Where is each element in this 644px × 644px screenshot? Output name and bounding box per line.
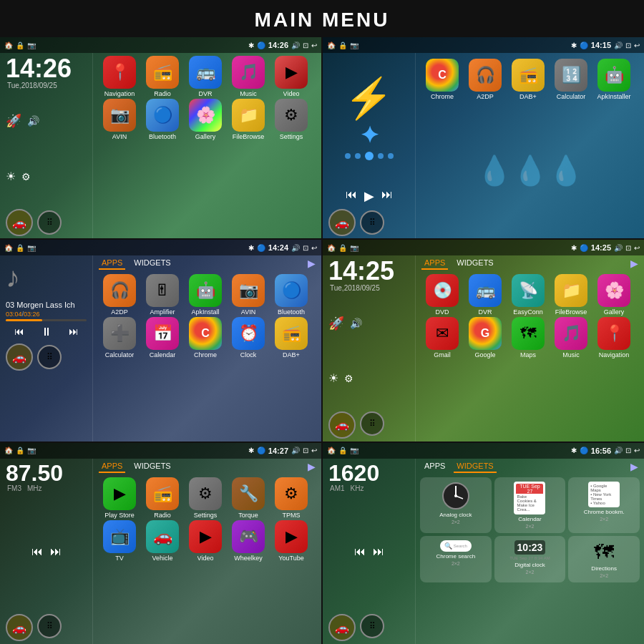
home-icon-2[interactable]: 🏠 [327, 42, 336, 49]
app-bluetooth-2[interactable]: 🔵 Bluetooth [270, 274, 312, 316]
apps-button-4[interactable]: ⠿ [360, 411, 384, 436]
app-filebrowse[interactable]: 📁 FileBrowse [228, 99, 269, 140]
app-radio-2[interactable]: 📻 Radio [142, 477, 183, 519]
prev-track-icon[interactable]: ⏮ [14, 326, 24, 338]
app-settings-2[interactable]: ⚙ Settings [185, 477, 226, 519]
app-chrome-1[interactable]: C Chrome [421, 59, 463, 100]
app-settings[interactable]: ⚙ Settings [270, 99, 312, 140]
app-music[interactable]: 🎵 Music [228, 56, 269, 97]
widget-calendar[interactable]: TUE Sep 27 Bake Cookies &Make Ice Crea..… [494, 477, 566, 533]
app-a2dp-2[interactable]: 🎧 A2DP [99, 274, 140, 316]
next-station-icon[interactable]: ⏭ [50, 545, 62, 558]
app-tpms[interactable]: ⚙ TPMS [270, 477, 312, 519]
app-music-2[interactable]: 🎵 Music [550, 317, 592, 358]
tab-widgets-5[interactable]: WIDGETS [131, 460, 173, 473]
app-radio[interactable]: 📻 Radio [142, 56, 183, 97]
app-filebrowse-2[interactable]: 📁 FileBrowse [550, 274, 592, 316]
home-icon-1[interactable]: 🏠 [4, 42, 13, 49]
back-icon-3[interactable]: ↩ [311, 244, 317, 252]
car-button-5[interactable]: 🚗 [6, 614, 33, 641]
tab-apps-4[interactable]: APPS [421, 257, 448, 270]
app-tv[interactable]: 📺 TV [99, 520, 140, 562]
app-apkinstall[interactable]: 🤖 ApkInstall [185, 274, 226, 316]
app-youtube[interactable]: ▶ YouTube [270, 520, 312, 562]
radio-prev-icon[interactable]: ⏮ [354, 545, 366, 558]
app-a2dp[interactable]: 🎧 A2DP [464, 59, 506, 100]
tab-arrow-4[interactable]: ▶ [630, 258, 638, 269]
app-bluetooth-1[interactable]: 🔵 Bluetooth [142, 99, 183, 140]
app-dab-2[interactable]: 📻 DAB+ [270, 317, 312, 358]
app-dvd[interactable]: 💿 DVD [421, 274, 463, 316]
app-video-2[interactable]: ▶ Video [185, 520, 226, 562]
pause-icon[interactable]: ⏸ [41, 326, 52, 338]
widget-analog-clock[interactable]: Analog clock 2×2 [420, 477, 492, 533]
app-torque[interactable]: 🔧 Torque [228, 477, 269, 519]
app-navigation-2[interactable]: 📍 Navigation [593, 317, 635, 358]
app-gmail[interactable]: ✉ Gmail [421, 317, 463, 358]
prev-station-icon[interactable]: ⏮ [31, 545, 43, 558]
next-track-icon[interactable]: ⏭ [69, 326, 79, 338]
tab-widgets-4[interactable]: WIDGETS [454, 257, 496, 270]
tab-apps-3[interactable]: APPS [99, 257, 125, 270]
settings-icon-4[interactable]: ⚙ [344, 373, 353, 384]
app-dvr-2[interactable]: 🚌 DVR [464, 274, 506, 316]
tab-arrow-3[interactable]: ▶ [308, 258, 316, 269]
tab-arrow-6[interactable]: ▶ [630, 461, 638, 472]
widget-directions[interactable]: 🗺 Directions 2×2 [568, 536, 640, 582]
apps-button-1[interactable]: ⠿ [37, 210, 62, 235]
skip-prev-icon[interactable]: ⏮ [346, 188, 357, 204]
app-dab[interactable]: 📻 DAB+ [507, 59, 549, 100]
car-button-1[interactable]: 🚗 [6, 209, 33, 236]
app-gallery[interactable]: 🌸 Gallery [185, 99, 226, 140]
widget-digital-clock[interactable]: 10:23 TUE Sep 27 8:34 AM Digital clock 2… [494, 536, 566, 582]
app-playstore[interactable]: ▶ Play Store [99, 477, 140, 519]
app-video[interactable]: ▶ Video [270, 56, 312, 97]
app-vehicle[interactable]: 🚗 Vehicle [142, 520, 183, 562]
back-icon-2[interactable]: ↩ [634, 42, 640, 49]
brightness-icon[interactable]: ☀ [6, 170, 16, 183]
skip-next-icon[interactable]: ⏭ [381, 188, 393, 204]
tab-apps-6[interactable]: APPS [421, 460, 448, 473]
back-icon-6[interactable]: ↩ [634, 447, 640, 454]
app-easyconn[interactable]: 📡 EasyConn [507, 274, 549, 316]
widget-chrome-bookmarks[interactable]: • Google Maps • New York Times • Yahoo C… [568, 477, 640, 533]
app-dvr[interactable]: 🚌 DVR [185, 56, 226, 97]
tab-widgets-6[interactable]: WIDGETS [454, 460, 496, 473]
back-icon-4[interactable]: ↩ [634, 244, 640, 252]
back-icon-1[interactable]: ↩ [311, 42, 317, 49]
apps-button-3[interactable]: ⠿ [37, 345, 62, 369]
car-button-2[interactable]: 🚗 [328, 209, 356, 236]
volume-icon-1[interactable]: 🔊 [27, 115, 39, 127]
home-icon-4[interactable]: 🏠 [327, 244, 336, 252]
app-amplifier[interactable]: 🎚 Amplifier [142, 274, 183, 316]
play-icon[interactable]: ▶ [364, 188, 374, 204]
car-button-6[interactable]: 🚗 [328, 614, 356, 641]
app-calculator[interactable]: 🔢 Calculator [550, 59, 592, 100]
settings-sliders-icon[interactable]: ⚙ [21, 171, 31, 182]
app-avin-2[interactable]: 📷 AVIN [228, 274, 269, 316]
apps-button-6[interactable]: ⠿ [360, 614, 384, 638]
app-calculator-2[interactable]: ➕ Calculator [99, 317, 140, 358]
app-clock[interactable]: ⏰ Clock [228, 317, 269, 358]
app-maps[interactable]: 🗺 Maps [507, 317, 549, 358]
widget-chrome-search[interactable]: 🔍Search Chrome search 2×2 [420, 536, 492, 582]
home-icon-5[interactable]: 🏠 [4, 447, 13, 454]
tab-apps-5[interactable]: APPS [99, 460, 125, 473]
apps-button-2[interactable]: ⠿ [360, 210, 384, 235]
home-icon-3[interactable]: 🏠 [4, 244, 13, 252]
app-calendar[interactable]: 📅 Calendar [142, 317, 183, 358]
tab-widgets-3[interactable]: WIDGETS [131, 257, 173, 270]
apps-button-5[interactable]: ⠿ [37, 614, 62, 638]
app-gallery-2[interactable]: 🌸 Gallery [593, 274, 635, 316]
app-avin[interactable]: 📷 AVIN [99, 99, 140, 140]
app-google[interactable]: G Google [464, 317, 506, 358]
app-wheelkey[interactable]: 🎮 Wheelkey [228, 520, 269, 562]
car-button-3[interactable]: 🚗 [6, 343, 33, 371]
home-icon-6[interactable]: 🏠 [327, 447, 336, 454]
back-icon-5[interactable]: ↩ [311, 447, 317, 454]
brightness-icon-4[interactable]: ☀ [328, 371, 338, 385]
app-navigation[interactable]: 📍 Navigation [99, 56, 140, 97]
app-apkinstaller-1[interactable]: 🤖 ApkInstaller [593, 59, 635, 100]
tab-arrow-5[interactable]: ▶ [308, 461, 316, 472]
car-button-4[interactable]: 🚗 [328, 411, 356, 439]
